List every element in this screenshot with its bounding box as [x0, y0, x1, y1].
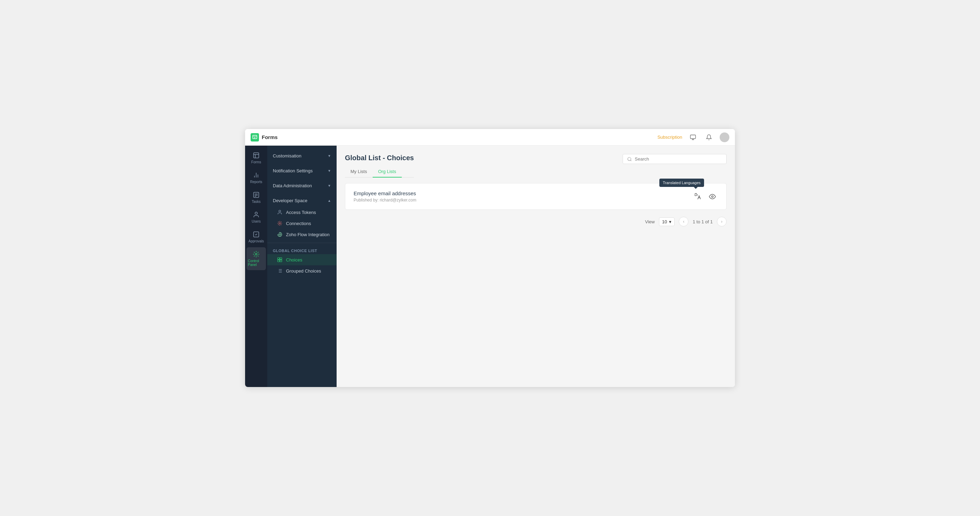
svg-rect-24 [278, 260, 279, 262]
customisation-chevron: ▼ [328, 154, 331, 158]
svg-rect-4 [690, 135, 696, 139]
nav-item-access-tokens[interactable]: Access Tokens [267, 207, 337, 218]
nav-section-notification-header[interactable]: Notification Settings ▼ [267, 165, 337, 177]
sidebar-label-approvals: Approvals [248, 239, 264, 243]
sidebar-item-tasks[interactable]: Tasks [247, 188, 266, 207]
svg-rect-25 [280, 260, 282, 262]
next-page-btn[interactable]: › [717, 217, 727, 226]
per-page-chevron: ▾ [669, 219, 671, 225]
list-card-actions: Translated Languages [692, 191, 718, 202]
nav-section-data-admin: Data Administration ▼ [267, 178, 337, 193]
topbar: Forms Subscription [245, 129, 735, 146]
notification-settings-label: Notification Settings [273, 168, 313, 174]
app-logo: Forms [251, 133, 278, 142]
svg-point-20 [279, 210, 280, 212]
user-avatar[interactable] [720, 132, 729, 142]
topbar-right: Subscription [657, 132, 729, 143]
sidebar-item-control-panel[interactable]: Control Panel [247, 247, 266, 270]
main-area: Forms Reports Tasks [245, 146, 735, 387]
bell-icon-btn[interactable] [704, 132, 714, 143]
tab-my-lists[interactable]: My Lists [345, 166, 373, 178]
svg-point-21 [279, 223, 280, 224]
sidebar-label-tasks: Tasks [252, 200, 261, 204]
nav-section-developer: Developer Space ▲ Access Tokens [267, 193, 337, 278]
view-icon-btn[interactable] [707, 191, 718, 202]
svg-rect-7 [254, 153, 259, 158]
logo-icon [251, 133, 259, 142]
developer-space-label: Developer Space [273, 198, 307, 203]
svg-point-17 [255, 212, 258, 215]
sidebar-item-approvals[interactable]: Approvals [247, 228, 266, 247]
sidebar-item-users[interactable]: Users [247, 208, 266, 227]
view-label: View [645, 219, 655, 225]
customisation-label: Customisation [273, 153, 301, 158]
nav-divider [267, 243, 337, 243]
subscription-link[interactable]: Subscription [657, 135, 682, 140]
pagination-info: 1 to 1 of 1 [693, 219, 713, 225]
search-box[interactable] [623, 154, 727, 164]
list-item-published-by: Published by: richard@zylker.com [353, 197, 416, 202]
nav-item-zoho-flow[interactable]: Zoho Flow Integration [267, 229, 337, 240]
nav-item-grouped-choices[interactable]: Grouped Choices [267, 265, 337, 276]
list-card-info: Employee email addresses Published by: r… [353, 190, 416, 202]
nav-section-data-admin-header[interactable]: Data Administration ▼ [267, 180, 337, 192]
app-title: Forms [262, 134, 278, 140]
svg-rect-23 [280, 258, 282, 260]
sidebar-item-forms[interactable]: Forms [247, 148, 266, 167]
developer-chevron: ▲ [328, 199, 331, 202]
sidebar-label-forms: Forms [251, 160, 261, 164]
content-area: Global List - Choices My Lists Org Lists [337, 146, 735, 387]
access-tokens-label: Access Tokens [286, 210, 316, 215]
notification-chevron: ▼ [328, 169, 331, 173]
zoho-flow-label: Zoho Flow Integration [286, 232, 330, 237]
page-header-left: Global List - Choices My Lists Org Lists [345, 154, 414, 178]
prev-page-btn[interactable]: ‹ [679, 217, 689, 226]
tabs: My Lists Org Lists [345, 166, 414, 178]
svg-rect-22 [278, 258, 279, 260]
nav-section-customisation-header[interactable]: Customisation ▼ [267, 150, 337, 162]
nav-panel: Customisation ▼ Notification Settings ▼ … [267, 146, 337, 387]
monitor-icon-btn[interactable] [688, 132, 698, 143]
nav-section-notification: Notification Settings ▼ [267, 163, 337, 178]
svg-point-32 [628, 157, 631, 160]
sidebar-label-users: Users [252, 220, 261, 223]
data-admin-chevron: ▼ [328, 184, 331, 188]
translate-icon-btn[interactable] [692, 191, 703, 202]
nav-section-customisation: Customisation ▼ [267, 148, 337, 163]
svg-rect-13 [254, 193, 259, 197]
global-choice-list-section-label: Global Choice List [267, 246, 337, 254]
sidebar-label-reports: Reports [250, 180, 262, 184]
nav-section-developer-header[interactable]: Developer Space ▲ [267, 194, 337, 207]
svg-point-35 [712, 196, 713, 197]
per-page-value: 10 [662, 219, 667, 225]
sidebar-item-reports[interactable]: Reports [247, 168, 266, 187]
pagination-bar: View 10 ▾ ‹ 1 to 1 of 1 › [345, 217, 727, 226]
search-input[interactable] [635, 156, 722, 162]
list-card: Employee email addresses Published by: r… [345, 183, 727, 210]
grouped-choices-label: Grouped Choices [286, 268, 321, 274]
choices-label: Choices [286, 257, 302, 263]
per-page-select[interactable]: 10 ▾ [659, 217, 675, 226]
sidebar-label-control-panel: Control Panel [248, 259, 264, 267]
page-title: Global List - Choices [345, 154, 414, 162]
tab-org-lists[interactable]: Org Lists [373, 166, 402, 178]
list-item-title: Employee email addresses [353, 190, 416, 196]
connections-label: Connections [286, 221, 311, 226]
translated-languages-tooltip: Translated Languages [659, 178, 704, 187]
content-header: Global List - Choices My Lists Org Lists [345, 154, 727, 178]
nav-item-connections[interactable]: Connections [267, 218, 337, 229]
nav-item-choices[interactable]: Choices [267, 254, 337, 265]
svg-point-19 [256, 253, 257, 255]
svg-line-33 [630, 160, 632, 161]
sidebar-icons: Forms Reports Tasks [245, 146, 267, 387]
search-icon [627, 157, 632, 162]
data-admin-label: Data Administration [273, 183, 312, 188]
